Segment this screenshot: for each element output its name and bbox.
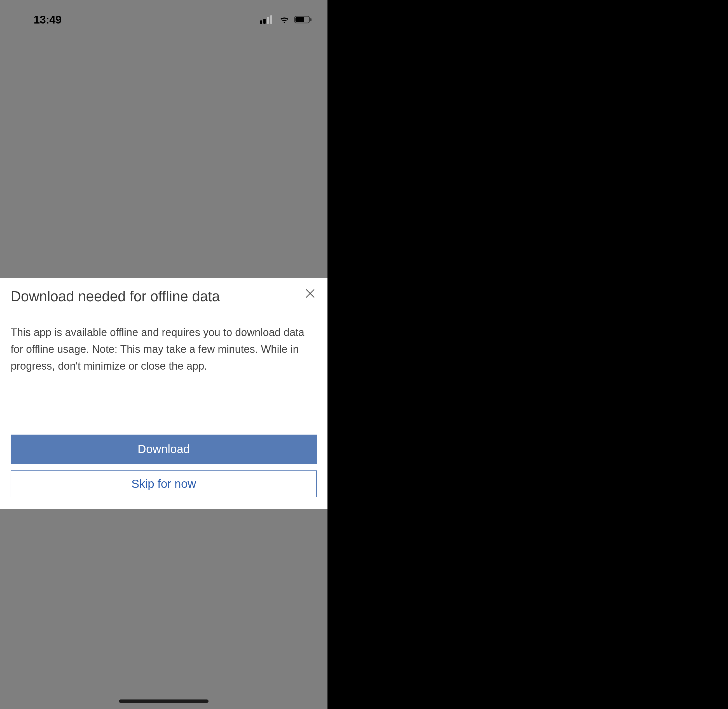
dialog-body-text: This app is available offline and requir… [11,324,317,374]
status-time: 13:49 [33,13,61,26]
battery-icon [294,15,312,24]
svg-rect-0 [260,20,262,24]
wifi-icon [278,15,290,24]
dialog-actions: Download Skip for now [11,435,317,497]
dialog-title: Download needed for offline data [11,288,298,305]
phone-screen: 13:49 [0,0,328,709]
svg-rect-1 [264,19,266,24]
close-icon [305,289,315,298]
skip-button[interactable]: Skip for now [11,470,317,497]
status-bar: 13:49 [0,9,328,31]
right-black-region [328,0,728,709]
dialog-header: Download needed for offline data [11,288,317,305]
offline-download-dialog: Download needed for offline data This ap… [0,278,328,509]
svg-rect-6 [310,18,312,21]
svg-rect-5 [296,18,304,22]
home-indicator[interactable] [119,699,208,703]
download-button[interactable]: Download [11,435,317,464]
download-button-label: Download [138,442,190,456]
svg-rect-3 [270,15,272,24]
viewport: 13:49 [0,0,728,709]
svg-rect-2 [267,17,269,24]
status-right-cluster [260,15,312,24]
cellular-signal-icon [260,15,275,24]
close-button[interactable] [303,287,317,300]
skip-button-label: Skip for now [131,477,196,490]
